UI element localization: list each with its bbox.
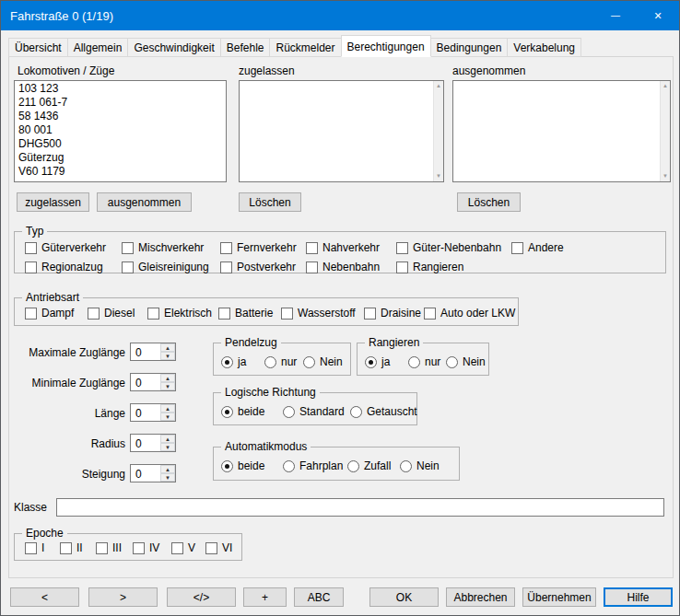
checkbox-batterie[interactable]: Batterie	[218, 307, 273, 320]
maximale-zuglaenge-spinner[interactable]: 0 ▲▼	[130, 343, 176, 361]
checkbox-gueter-nebenbahn[interactable]: Güter-Nebenbahn	[396, 241, 501, 254]
checkbox-epoche-ii[interactable]: II	[60, 541, 83, 554]
plus-button[interactable]: +	[243, 587, 287, 607]
checkbox-gueterverkehr[interactable]: Güterverkehr	[25, 241, 106, 254]
checkbox-diesel[interactable]: Diesel	[88, 307, 135, 320]
zugelassen-button[interactable]: zugelassen	[17, 192, 89, 212]
checkbox-label: III	[112, 541, 122, 554]
list-item[interactable]: 211 061-7	[15, 96, 226, 110]
checkbox-nebenbahn[interactable]: Nebenbahn	[306, 261, 380, 273]
spin-up-button[interactable]: ▲	[160, 404, 175, 413]
radio-automatikmodus-zufall[interactable]: Zufall	[347, 459, 391, 472]
list-item[interactable]: 103 123	[15, 82, 226, 96]
checkbox-nahverkehr[interactable]: Nahverkehr	[306, 241, 380, 254]
radio-logische-richtung-standard[interactable]: Standard	[283, 405, 345, 418]
lokomotiven-listbox[interactable]: 103 123 211 061-7 58 1436 80 001 DHG500 …	[14, 80, 227, 182]
next-button[interactable]: >	[88, 587, 158, 607]
vertical-scrollbar[interactable]: ▲ ▼	[433, 81, 443, 181]
radio-logische-richtung-beide[interactable]: beide	[221, 405, 264, 418]
radio-label: beide	[238, 459, 264, 472]
abbrechen-button[interactable]: Abbrechen	[446, 587, 515, 607]
radio-automatikmodus-beide[interactable]: beide	[221, 459, 264, 472]
spin-down-button[interactable]: ▼	[160, 382, 175, 390]
radio-rangieren-nur[interactable]: nur	[408, 355, 440, 368]
laenge-spinner[interactable]: 0 ▲▼	[130, 403, 176, 422]
logische-richtung-group-title: Logische Richtung	[221, 386, 320, 400]
scroll-down-icon[interactable]: ▼	[436, 171, 441, 181]
scroll-up-icon[interactable]: ▲	[436, 81, 441, 91]
radius-spinner[interactable]: 0 ▲▼	[130, 434, 176, 452]
spin-up-button[interactable]: ▲	[160, 374, 175, 382]
checkbox-epoche-v[interactable]: V	[171, 541, 195, 554]
checkbox-regionalzug[interactable]: Regionalzug	[25, 261, 103, 273]
spin-down-button[interactable]: ▼	[160, 443, 175, 451]
list-item[interactable]: DHG500	[15, 137, 226, 151]
close-button[interactable]: ✕	[637, 1, 679, 30]
list-item[interactable]: 80 001	[15, 123, 226, 137]
ausgenommen-listbox[interactable]: ▲ ▼	[452, 80, 671, 182]
tab-geschwindigkeit[interactable]: Geschwindigkeit	[127, 38, 220, 57]
radio-rangieren-ja[interactable]: ja	[365, 355, 390, 368]
minimize-button[interactable]: —	[594, 1, 637, 30]
scroll-up-icon[interactable]: ▲	[662, 81, 668, 91]
radio-pendelzug-ja[interactable]: ja	[221, 355, 246, 368]
checkbox-mischverkehr[interactable]: Mischverkehr	[122, 241, 204, 254]
tab-allgemein[interactable]: Allgemein	[67, 38, 129, 57]
spin-up-button[interactable]: ▲	[160, 435, 175, 443]
tab-bedingungen[interactable]: Bedingungen	[430, 38, 509, 57]
spin-down-button[interactable]: ▼	[160, 413, 175, 421]
klasse-input[interactable]	[56, 498, 664, 517]
checkbox-andere[interactable]: Andere	[511, 241, 564, 254]
radio-rangieren-nein[interactable]: Nein	[446, 355, 486, 368]
checkbox-epoche-iv[interactable]: IV	[133, 541, 159, 554]
checkbox-epoche-iii[interactable]: III	[96, 541, 122, 554]
tab-befehle[interactable]: Befehle	[220, 38, 271, 57]
uebernehmen-button[interactable]: Übernehmen	[522, 587, 596, 607]
checkbox-epoche-i[interactable]: I	[25, 541, 44, 554]
checkbox-wasserstoff[interactable]: Wasserstoff	[281, 307, 356, 320]
ausgenommen-button[interactable]: ausgenommen	[97, 192, 192, 212]
spin-down-button[interactable]: ▼	[160, 352, 175, 360]
tab-rueckmelder[interactable]: Rückmelder	[269, 38, 341, 57]
checkbox-rangieren[interactable]: Rangieren	[396, 261, 463, 273]
radio-pendelzug-nein[interactable]: Nein	[303, 355, 343, 368]
checkbox-label: VI	[222, 541, 232, 554]
checkbox-epoche-vi[interactable]: VI	[205, 541, 232, 554]
steigung-spinner[interactable]: 0 ▲▼	[130, 464, 176, 482]
tab-berechtigungen[interactable]: Berechtigungen	[341, 35, 431, 57]
tab-uebersicht[interactable]: Übersicht	[8, 38, 68, 57]
list-item[interactable]: V60 1179	[15, 165, 226, 179]
zugelassen-listbox[interactable]: ▲ ▼	[239, 80, 444, 182]
titlebar[interactable]: Fahrstraße 0 (1/19) — ✕	[1, 1, 679, 30]
spinner-value: 0	[131, 465, 160, 482]
loeschen-ausgenommen-button[interactable]: Löschen	[457, 192, 521, 212]
checkbox-elektrisch[interactable]: Elektrisch	[147, 307, 212, 320]
scroll-down-icon[interactable]: ▼	[662, 171, 668, 181]
vertical-scrollbar[interactable]: ▲ ▼	[660, 81, 670, 181]
checkbox-dampf[interactable]: Dampf	[25, 307, 74, 320]
checkbox-auto-oder-lkw[interactable]: Auto oder LKW	[424, 307, 515, 320]
window-title: Fahrstraße 0 (1/19)	[1, 9, 594, 23]
ok-button[interactable]: OK	[369, 587, 439, 607]
checkbox-label: Andere	[528, 241, 564, 254]
loeschen-zugelassen-button[interactable]: Löschen	[239, 192, 301, 212]
list-item[interactable]: 58 1436	[15, 110, 226, 123]
abc-button[interactable]: ABC	[294, 587, 344, 607]
spin-down-button[interactable]: ▼	[160, 473, 175, 482]
spin-up-button[interactable]: ▲	[160, 465, 175, 473]
hilfe-button[interactable]: Hilfe	[604, 587, 673, 607]
minimale-zuglaenge-spinner[interactable]: 0 ▲▼	[130, 373, 176, 391]
checkbox-fernverkehr[interactable]: Fernverkehr	[220, 241, 297, 254]
radio-automatikmodus-nein[interactable]: Nein	[400, 459, 440, 472]
radio-pendelzug-nur[interactable]: nur	[264, 355, 297, 368]
prev-button[interactable]: <	[10, 587, 79, 607]
radio-automatikmodus-fahrplan[interactable]: Fahrplan	[283, 459, 343, 472]
checkbox-draisine[interactable]: Draisine	[364, 307, 421, 320]
list-item[interactable]: Güterzug	[15, 151, 226, 165]
slash-button[interactable]: </>	[167, 587, 236, 607]
checkbox-postverkehr[interactable]: Postverkehr	[220, 261, 296, 273]
tab-verkabelung[interactable]: Verkabelung	[507, 38, 581, 57]
radio-logische-richtung-getauscht[interactable]: Getauscht	[350, 405, 417, 418]
checkbox-gleisreinigung[interactable]: Gleisreinigung	[122, 261, 209, 273]
spin-up-button[interactable]: ▲	[160, 343, 175, 352]
